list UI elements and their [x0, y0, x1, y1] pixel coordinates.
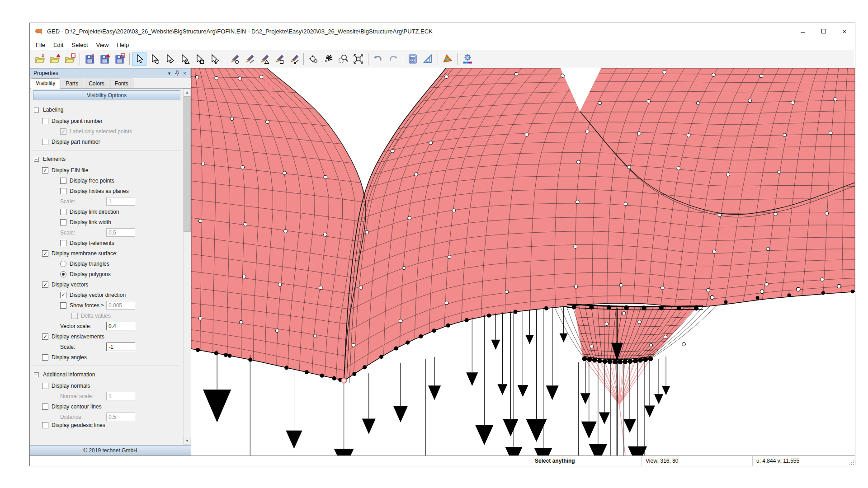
- viewport-canvas[interactable]: [191, 68, 855, 455]
- toolbar-undo-button[interactable]: [371, 52, 385, 66]
- toolbar-save-ein-button[interactable]: #: [83, 52, 97, 66]
- radio-button[interactable]: [60, 261, 66, 267]
- option-label: Show forces ≥: [70, 302, 104, 309]
- value-input[interactable]: 1: [106, 197, 135, 206]
- collapse-icon[interactable]: −: [34, 157, 39, 162]
- checkbox[interactable]: [60, 188, 66, 194]
- menu-file[interactable]: File: [32, 41, 49, 49]
- select-links-icon: [164, 53, 175, 65]
- window-controls: – ×: [793, 23, 855, 39]
- toolbar-spider-button[interactable]: [321, 52, 335, 66]
- toolbar-fem-view-button[interactable]: [441, 52, 455, 66]
- toolbar-open-triangles-button[interactable]: [48, 52, 62, 66]
- checkbox[interactable]: [60, 302, 66, 309]
- scroll-thumb[interactable]: [184, 96, 191, 232]
- toolbar-select-fixed-button[interactable]: [207, 52, 221, 66]
- checkbox[interactable]: [42, 354, 48, 361]
- tab-visibility[interactable]: Visibility: [31, 78, 60, 89]
- fem-view-icon: [442, 53, 453, 65]
- collapse-icon[interactable]: −: [34, 372, 39, 377]
- value-input[interactable]: -1: [106, 343, 135, 351]
- toolbar-redo-button[interactable]: [386, 52, 400, 66]
- resize-grip[interactable]: [849, 460, 854, 465]
- maximize-button[interactable]: [813, 23, 834, 39]
- value-input[interactable]: 1: [106, 392, 135, 400]
- select-points-icon: [149, 53, 160, 65]
- checkbox[interactable]: [60, 240, 66, 246]
- toolbar-open-ein-button[interactable]: #: [33, 52, 47, 66]
- app-logo-fish-icon: [34, 27, 43, 35]
- toolbar-transform-button[interactable]: [307, 52, 321, 66]
- checkbox[interactable]: [42, 422, 48, 428]
- menu-view[interactable]: View: [92, 41, 113, 49]
- toolbar-select-triangles-button[interactable]: [177, 52, 191, 66]
- draw-triangle-icon: [258, 53, 269, 65]
- checkbox[interactable]: [42, 139, 48, 145]
- checkbox[interactable]: ✓: [60, 292, 66, 298]
- option-label: Display normals: [52, 383, 90, 389]
- value-input[interactable]: 0.5: [106, 228, 135, 237]
- value-input[interactable]: 0.005: [106, 301, 135, 310]
- toolbar-separator: [224, 53, 224, 65]
- toolbar-calculator-button[interactable]: [406, 52, 420, 66]
- checkbox[interactable]: ✓: [60, 128, 66, 135]
- menu-edit[interactable]: Edit: [49, 41, 67, 49]
- row-display-contour-lines: Display contour lines: [33, 401, 180, 412]
- close-button[interactable]: ×: [834, 23, 855, 39]
- checkbox[interactable]: [60, 178, 66, 184]
- toolbar-save-triangles-button[interactable]: [98, 52, 112, 66]
- row-display-part-number: Display part number: [33, 136, 180, 147]
- value-input[interactable]: 0.4: [106, 322, 135, 330]
- checkbox[interactable]: ✓: [42, 333, 48, 340]
- checkbox[interactable]: ✓: [42, 282, 48, 288]
- scroll-up-arrow-icon[interactable]: ▲: [184, 89, 191, 96]
- toolbar-select-squares-button[interactable]: [192, 52, 206, 66]
- minimize-button[interactable]: –: [793, 23, 813, 39]
- open-triangles-icon: [49, 53, 61, 65]
- checkbox[interactable]: ✓: [42, 250, 48, 257]
- collapse-icon[interactable]: −: [34, 108, 39, 113]
- transform-icon: [308, 53, 319, 65]
- toolbar-save-squares-button[interactable]: [113, 52, 127, 66]
- toolbar-select-links-button[interactable]: [162, 52, 176, 66]
- tab-parts[interactable]: Parts: [61, 79, 83, 88]
- menu-help[interactable]: Help: [113, 41, 133, 49]
- row-delta-values: Delta values: [33, 310, 180, 321]
- option-label: Delta values: [81, 313, 111, 319]
- menu-select[interactable]: Select: [67, 41, 92, 49]
- checkbox[interactable]: [71, 313, 78, 319]
- row-display-membrane-surface: ✓Display membrane surface:: [33, 248, 180, 258]
- toolbar-zoom-window-button[interactable]: [336, 52, 350, 66]
- toolbar-settings-button[interactable]: [461, 52, 475, 66]
- toolbar-draw-link-button[interactable]: [242, 52, 256, 66]
- toolbar-draw-point-button[interactable]: [227, 52, 241, 66]
- tab-fonts[interactable]: Fonts: [110, 79, 133, 88]
- option-label: Display EIN file: [52, 167, 88, 174]
- scroll-down-arrow-icon[interactable]: ▼: [184, 437, 191, 445]
- value-input[interactable]: 0.5: [106, 413, 135, 421]
- toolbar-open-squares-button[interactable]: [63, 52, 77, 66]
- checkbox[interactable]: [42, 118, 48, 124]
- toolbar-separator: [403, 53, 403, 65]
- checkbox[interactable]: [60, 209, 66, 215]
- panel-scrollbar[interactable]: ▲ ▼: [183, 89, 191, 445]
- tab-colors[interactable]: Colors: [84, 79, 109, 88]
- toolbar-zoom-fit-button[interactable]: [351, 52, 365, 66]
- toolbar-draw-triangle-button[interactable]: [257, 52, 271, 66]
- toolbar-measure-button[interactable]: [421, 52, 435, 66]
- toolbar-select-button[interactable]: [132, 52, 146, 66]
- chevron-down-icon[interactable]: ▾: [165, 70, 173, 77]
- toolbar-draw-fixed-button[interactable]: [287, 52, 301, 66]
- checkbox[interactable]: [60, 219, 66, 225]
- checkbox[interactable]: [42, 404, 48, 410]
- checkbox[interactable]: [42, 383, 48, 389]
- toolbar-separator: [458, 53, 458, 65]
- close-icon[interactable]: ×: [181, 70, 189, 77]
- panel-title-bar: Properties ▾ ×: [30, 68, 191, 78]
- toolbar-draw-square-button[interactable]: [272, 52, 286, 66]
- checkbox[interactable]: ✓: [42, 167, 48, 174]
- radio-button[interactable]: [60, 271, 66, 277]
- section-elements: −Elements: [33, 153, 180, 165]
- toolbar-select-points-button[interactable]: [147, 52, 161, 66]
- pin-icon[interactable]: [173, 70, 181, 77]
